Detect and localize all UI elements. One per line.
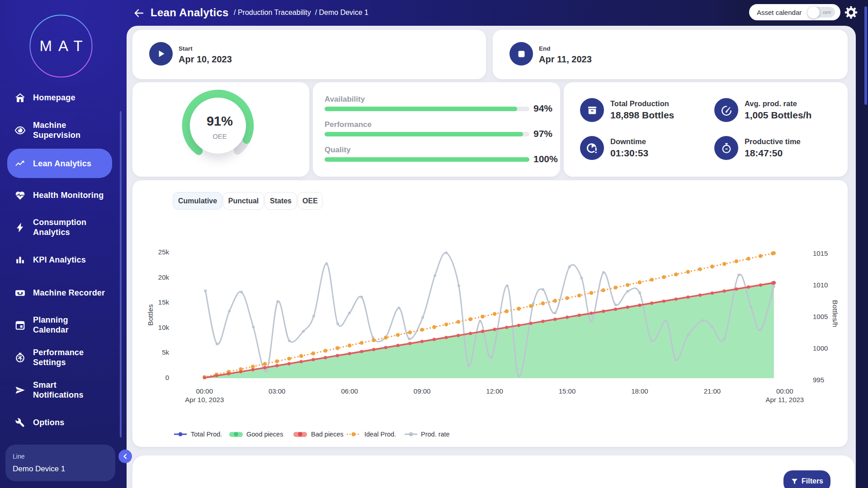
svg-text:Ideal Prod.: Ideal Prod.	[364, 431, 396, 438]
svg-text:15k: 15k	[158, 298, 170, 306]
svg-text:1010: 1010	[813, 281, 828, 289]
svg-text:1015: 1015	[813, 249, 828, 257]
svg-text:15:00: 15:00	[559, 387, 576, 395]
svg-text:21:00: 21:00	[704, 387, 721, 395]
svg-text:0: 0	[165, 374, 169, 381]
svg-text:20k: 20k	[158, 273, 170, 281]
svg-text:5k: 5k	[162, 348, 169, 356]
svg-text:06:00: 06:00	[341, 387, 358, 395]
svg-text:00:00: 00:00	[776, 387, 793, 395]
svg-text:Good pieces: Good pieces	[246, 431, 283, 438]
svg-text:25k: 25k	[158, 248, 170, 256]
svg-text:Apr 11, 2023: Apr 11, 2023	[765, 396, 804, 404]
svg-text:Bottles/h: Bottles/h	[831, 300, 839, 327]
svg-text:12:00: 12:00	[486, 387, 503, 395]
svg-text:1005: 1005	[813, 313, 828, 320]
svg-text:09:00: 09:00	[414, 387, 431, 395]
svg-text:Prod. rate: Prod. rate	[421, 431, 450, 438]
svg-text:Bad pieces: Bad pieces	[311, 431, 344, 438]
svg-text:Apr 10, 2023: Apr 10, 2023	[185, 396, 224, 404]
svg-text:00:00: 00:00	[196, 387, 213, 395]
svg-text:10k: 10k	[158, 324, 170, 331]
svg-text:03:00: 03:00	[269, 387, 286, 395]
svg-text:Bottles: Bottles	[146, 304, 154, 326]
svg-text:18:00: 18:00	[631, 387, 648, 395]
svg-text:1000: 1000	[813, 344, 828, 352]
svg-text:995: 995	[813, 376, 824, 384]
svg-text:Total Prod.: Total Prod.	[191, 431, 222, 438]
